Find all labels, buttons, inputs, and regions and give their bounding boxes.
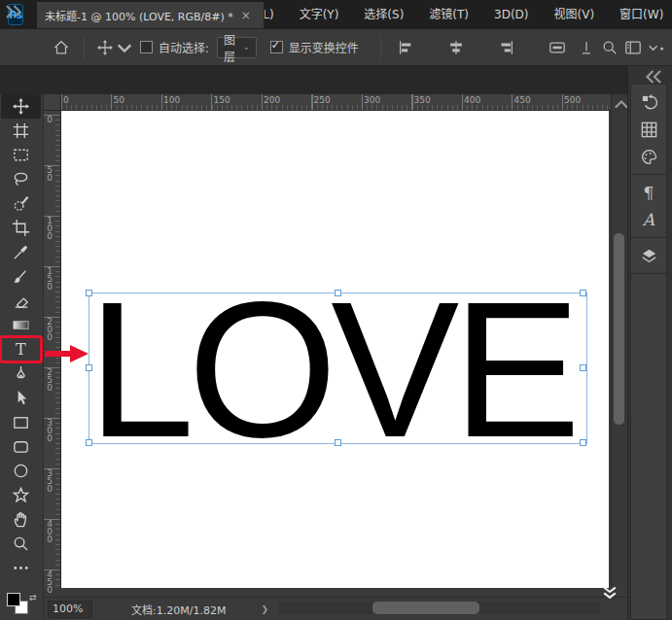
ruler-label: 250: [314, 95, 331, 105]
swatches-icon[interactable]: [631, 116, 666, 143]
options-bar: 自动选择: 图层 ⌄ 显示变换控件: [0, 29, 672, 66]
menu-item[interactable]: 选择(S): [351, 0, 416, 29]
align-right-edges-icon[interactable]: [498, 39, 515, 56]
chevron-down-icon[interactable]: [116, 39, 124, 56]
menu-item[interactable]: 滤镜(T): [416, 0, 481, 29]
tools-panel: T: [0, 94, 44, 620]
eraser-tool[interactable]: [1, 289, 41, 313]
ellipse-tool[interactable]: [1, 459, 41, 483]
show-transform-label: 显示变换控件: [289, 39, 359, 55]
gradient-tool[interactable]: [1, 313, 41, 337]
tab-bar: [0, 66, 672, 94]
transform-handle-top-right[interactable]: [580, 290, 586, 296]
ruler-label: 350: [414, 95, 431, 105]
ruler-label: 200: [264, 95, 280, 105]
ruler-label: 0: [63, 95, 69, 105]
vertical-scrollbar-thumb[interactable]: [614, 233, 624, 425]
type-tool-icon: T: [12, 340, 30, 359]
transform-handle-bottom-right[interactable]: [580, 439, 586, 446]
custom-shape-tool[interactable]: [1, 483, 41, 507]
auto-select-label: 自动选择:: [159, 39, 209, 55]
artboard-tool[interactable]: [1, 119, 41, 143]
color-icon[interactable]: [631, 143, 666, 170]
ruler-label: 100: [45, 216, 54, 239]
document-tab[interactable]: 未标题-1 @ 100% (LOVE, RGB/8#) * ×: [37, 2, 265, 28]
ruler-label: 300: [45, 418, 54, 441]
auto-select-checkbox[interactable]: [140, 41, 153, 53]
menu-item[interactable]: 文字(Y): [287, 0, 352, 29]
brush-tool-icon: [12, 267, 30, 286]
direct-select-tool[interactable]: [1, 386, 41, 410]
quick-select-tool[interactable]: [1, 191, 41, 216]
quick-select-tool-icon: [12, 194, 30, 213]
rectangle-tool-icon: [12, 413, 30, 431]
zoom-tool[interactable]: [1, 532, 41, 556]
glyphs-icon[interactable]: A: [631, 206, 666, 233]
ruler-label: 250: [45, 367, 54, 391]
menu-item[interactable]: 窗口(W): [607, 0, 672, 29]
transform-handle-top-center[interactable]: [335, 290, 341, 296]
home-icon[interactable]: [53, 39, 70, 56]
swap-colors-icon[interactable]: ⇄: [29, 593, 37, 603]
pen-tool[interactable]: [1, 362, 41, 386]
crop-tool-icon: [12, 219, 30, 237]
color-swatches[interactable]: ⇄: [6, 593, 37, 616]
brush-tool[interactable]: [1, 264, 41, 289]
caret-down-icon[interactable]: [648, 39, 665, 56]
transform-handle-bottom-center[interactable]: [335, 439, 341, 446]
zoom-level-field[interactable]: 100%: [48, 601, 92, 618]
workspace-icon[interactable]: [624, 39, 642, 56]
align-horizontal-centers-icon[interactable]: [447, 39, 465, 56]
canvas[interactable]: LOVE: [61, 111, 609, 588]
chevrons-right-icon[interactable]: [4, 3, 16, 15]
type-tool[interactable]: T: [1, 337, 41, 362]
ruler-label: 500: [564, 95, 581, 105]
more-tools-icon: [12, 559, 30, 577]
separator: [380, 36, 381, 59]
move-tool[interactable]: [1, 94, 41, 119]
align-baseline-icon[interactable]: [578, 39, 595, 56]
ruler-label: 150: [45, 266, 54, 290]
rounded-rectangle-tool[interactable]: [1, 434, 41, 459]
transform-handle-middle-right[interactable]: [580, 364, 586, 371]
show-transform-checkbox[interactable]: [270, 41, 283, 53]
distribute-icon[interactable]: [548, 39, 566, 56]
marquee-tool-icon: [12, 146, 30, 164]
rectangle-tool[interactable]: [1, 410, 41, 434]
horizontal-ruler: 050100150200250300350400450500550: [61, 94, 611, 111]
search-icon[interactable]: [601, 39, 619, 56]
pen-tool-icon: [12, 364, 30, 383]
paragraph-icon[interactable]: ¶: [631, 179, 666, 206]
transform-handle-bottom-left[interactable]: [86, 439, 92, 446]
status-expand-icon[interactable]: ❯: [261, 604, 268, 614]
ruler-label: 450: [514, 95, 531, 105]
transform-bounding-box: [88, 293, 587, 444]
document-tab-title: 未标题-1 @ 100% (LOVE, RGB/8#) *: [45, 8, 233, 23]
move-tool-icon: [96, 39, 114, 56]
double-chevron-down-icon[interactable]: [601, 585, 626, 612]
transform-handle-top-left[interactable]: [86, 290, 92, 296]
menu-item[interactable]: 3D(D): [481, 0, 541, 29]
scroll-up-icon[interactable]: [613, 96, 625, 108]
separator: [84, 36, 85, 59]
transform-handle-middle-left[interactable]: [86, 364, 92, 371]
foreground-color-swatch[interactable]: [7, 593, 20, 606]
more-tools[interactable]: [1, 556, 41, 580]
dropdown-value: 图层: [224, 31, 235, 64]
marquee-tool[interactable]: [1, 143, 41, 167]
move-tool-icon: [12, 97, 30, 116]
layers-icon[interactable]: [631, 242, 666, 269]
eyedropper-tool[interactable]: [1, 240, 41, 264]
horizontal-scrollbar-thumb[interactable]: [372, 602, 479, 614]
align-left-edges-icon[interactable]: [397, 39, 414, 56]
lasso-tool[interactable]: [1, 167, 41, 191]
menu-item[interactable]: 视图(V): [542, 0, 608, 29]
horizontal-scrollbar[interactable]: [279, 602, 600, 614]
chevrons-left-icon[interactable]: [646, 68, 657, 80]
custom-shape-tool-icon: [12, 486, 30, 504]
auto-select-target-dropdown[interactable]: 图层 ⌄: [217, 37, 257, 58]
hand-tool[interactable]: [1, 507, 41, 532]
history-icon[interactable]: [631, 88, 666, 116]
crop-tool[interactable]: [1, 216, 41, 240]
tab-close-icon[interactable]: ×: [241, 9, 251, 22]
